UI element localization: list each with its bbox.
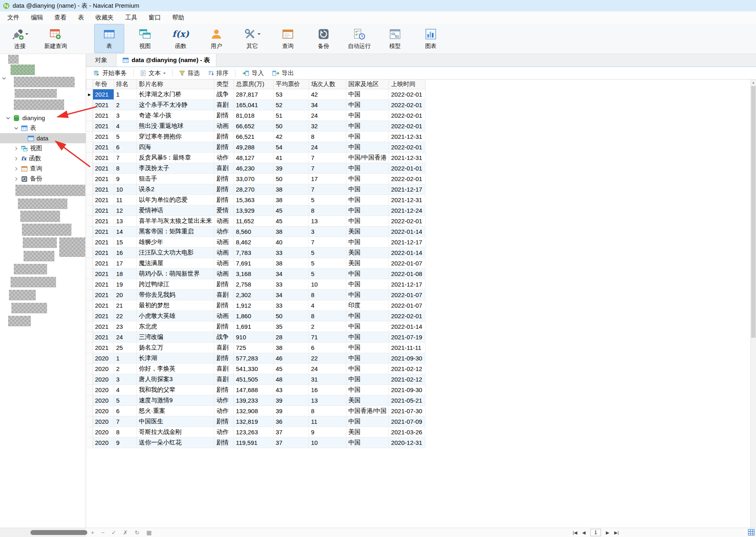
grid-cell[interactable]: 中国	[346, 237, 389, 248]
grid-cell[interactable]: 2022-01-14	[389, 321, 426, 332]
grid-cell[interactable]: 美国	[346, 226, 389, 237]
grid-cell[interactable]: 45	[274, 216, 309, 226]
grid-cell[interactable]: 7	[309, 184, 346, 195]
grid-cell[interactable]: 42	[309, 89, 346, 100]
grid-cell[interactable]: 50	[274, 174, 309, 184]
grid-cell[interactable]: 577,283	[234, 353, 274, 364]
chevron-down-icon[interactable]	[25, 33, 28, 37]
grid-cell[interactable]: 中国	[346, 184, 389, 195]
grid-cell[interactable]: 你好，李焕英	[137, 364, 214, 374]
last-record-button[interactable]: ▶|	[614, 530, 619, 535]
grid-cell[interactable]: 8	[309, 132, 346, 142]
grid-cell[interactable]: 中国	[346, 416, 389, 427]
grid-cell[interactable]: 22	[309, 353, 346, 364]
grid-cell[interactable]: 6	[114, 406, 137, 416]
row-marker[interactable]	[86, 269, 93, 279]
grid-cell[interactable]: 19	[114, 279, 137, 290]
first-record-button[interactable]: |◀	[572, 530, 577, 535]
table-row[interactable]: 20212这个杀手不太冷静喜剧165,0415234中国2022-02-01	[86, 100, 426, 110]
grid-cell[interactable]: 147,688	[234, 385, 274, 395]
row-marker[interactable]	[86, 110, 93, 121]
import-button[interactable]: 导入	[238, 68, 268, 78]
users-button[interactable]: 用户	[201, 24, 231, 53]
grid-cell[interactable]: 2021	[93, 311, 114, 321]
grid-cell[interactable]: 42	[274, 132, 309, 142]
functions-button[interactable]: f(x) 函数	[166, 24, 196, 53]
grid-cell[interactable]: 2021	[93, 300, 114, 311]
grid-cell[interactable]: 2021	[93, 343, 114, 353]
grid-cell[interactable]: 中国	[346, 353, 389, 364]
column-header-avgprice[interactable]: 平均票价	[274, 80, 309, 89]
grid-cell[interactable]: 23	[114, 321, 137, 332]
table-row[interactable]: 20207中国医生剧情132,8193611中国2021-07-09	[86, 416, 426, 427]
grid-cell[interactable]: 38	[274, 195, 309, 205]
grid-cell[interactable]: 5	[114, 395, 137, 406]
grid-cell[interactable]: 2021-07-19	[389, 332, 426, 343]
table-row[interactable]: ▶20211长津湖之水门桥战争287,8175342中国2022-02-01	[86, 89, 426, 100]
grid-cell[interactable]: 7	[309, 163, 346, 174]
grid-cell[interactable]: 8	[114, 163, 137, 174]
grid-cell[interactable]: 2021-12-31	[389, 195, 426, 205]
grid-cell[interactable]: 1,912	[234, 300, 274, 311]
grid-cell[interactable]: 2021-03-26	[389, 427, 426, 438]
delete-record-icon[interactable]: −	[101, 529, 104, 536]
grid-cell[interactable]: 动画	[214, 237, 234, 248]
chevron-down-icon[interactable]	[257, 33, 261, 37]
row-marker[interactable]	[86, 248, 93, 258]
table-row[interactable]: 20219狙击手剧情33,0705017中国2022-02-01	[86, 174, 426, 184]
grid-cell[interactable]: 我和我的父辈	[137, 385, 214, 395]
grid-cell[interactable]: 2020	[93, 416, 114, 427]
grid-cell[interactable]: 中国	[346, 321, 389, 332]
grid-cell[interactable]: 2021-12-31	[389, 153, 426, 163]
grid-cell[interactable]: 2021	[93, 100, 114, 110]
charts-button[interactable]: 图表	[416, 24, 446, 53]
grid-cell[interactable]: 美国	[346, 258, 389, 269]
grid-cell[interactable]: 2021-12-24	[389, 205, 426, 216]
grid-cell[interactable]: 4	[114, 121, 137, 132]
grid-cell[interactable]: 10	[114, 184, 137, 195]
grid-cell[interactable]: 52	[274, 100, 309, 110]
grid-cell[interactable]: 动作	[214, 226, 234, 237]
grid-cell[interactable]: 哥斯拉大战金刚	[137, 427, 214, 438]
grid-cell[interactable]: 2021-12-31	[389, 132, 426, 142]
grid-cell[interactable]: 48	[274, 374, 309, 385]
grid-cell[interactable]: 误杀2	[137, 184, 214, 195]
grid-cell[interactable]: 李茂扮太子	[137, 163, 214, 174]
grid-cell[interactable]: 39	[274, 163, 309, 174]
grid-cell[interactable]: 最初的梦想	[137, 300, 214, 311]
grid-cell[interactable]: 中国	[346, 132, 389, 142]
column-header-rank[interactable]: 排名	[114, 80, 137, 89]
grid-cell[interactable]: 雄狮少年	[137, 237, 214, 248]
table-row[interactable]: 202118萌鸡小队：萌闯新世界动画3,168345中国2022-01-08	[86, 269, 426, 279]
grid-cell[interactable]: 139,233	[234, 395, 274, 406]
grid-cell[interactable]: 2020	[93, 385, 114, 395]
grid-cell[interactable]: 速度与激情9	[137, 395, 214, 406]
chevron-right-icon[interactable]	[14, 177, 19, 181]
grid-cell[interactable]: 7,691	[234, 258, 274, 269]
grid-mode-icon[interactable]	[748, 529, 755, 537]
grid-cell[interactable]: 喜羊羊与灰太狼之筐出未来	[137, 216, 214, 226]
grid-cell[interactable]: 2021-12-17	[389, 279, 426, 290]
chevron-down-icon[interactable]	[163, 73, 166, 75]
grid-cell[interactable]: 穿过寒冬拥抱你	[137, 132, 214, 142]
grid-cell[interactable]: 8	[309, 290, 346, 300]
grid-cell[interactable]: 2	[114, 364, 137, 374]
grid-cell[interactable]: 3	[114, 374, 137, 385]
grid-cell[interactable]: 小虎墩大英雄	[137, 311, 214, 321]
menu-item-tools[interactable]: 工具	[119, 12, 143, 23]
table-row[interactable]: 202125扬名立万喜剧725386中国2021-11-11	[86, 343, 426, 353]
chevron-right-icon[interactable]	[14, 167, 19, 171]
grid-cell[interactable]: 7	[309, 153, 346, 163]
grid-cell[interactable]: 中国	[346, 89, 389, 100]
grid-cell[interactable]: 16	[309, 385, 346, 395]
grid-cell[interactable]: 12	[114, 205, 137, 216]
grid-cell[interactable]: 动画	[214, 258, 234, 269]
row-marker[interactable]	[86, 332, 93, 343]
table-row[interactable]: 20201长津湖剧情577,2834622中国2021-09-30	[86, 353, 426, 364]
grid-cell[interactable]: 这个杀手不太冷静	[137, 100, 214, 110]
grid-cell[interactable]: 5	[309, 258, 346, 269]
grid-cell[interactable]: 36	[274, 416, 309, 427]
text-button[interactable]: 文本	[136, 68, 169, 78]
grid-cell[interactable]: 37	[274, 427, 309, 438]
grid-cell[interactable]: 17	[114, 258, 137, 269]
